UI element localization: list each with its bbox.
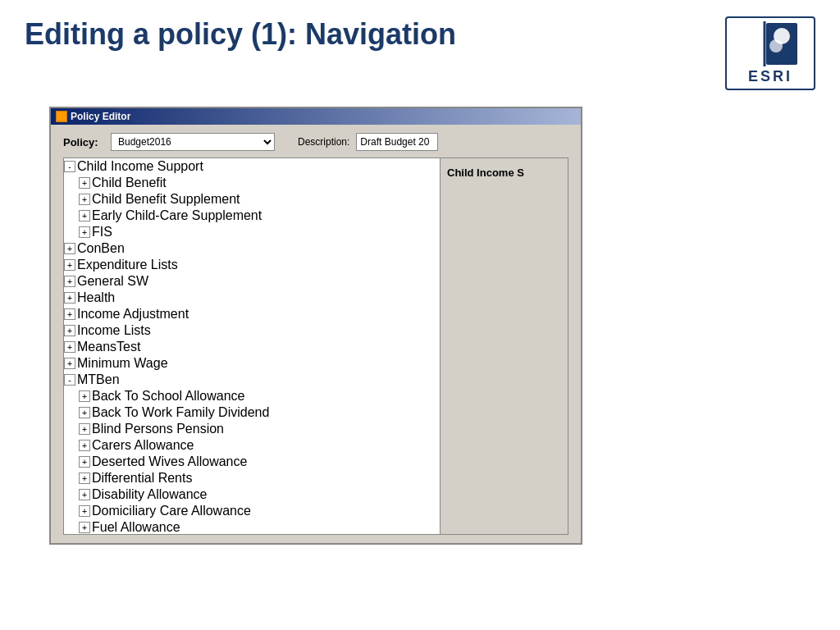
right-panel-title: Child Income S — [447, 167, 524, 179]
tree-label[interactable]: Expenditure Lists — [77, 258, 178, 272]
expand-icon[interactable]: + — [79, 226, 90, 238]
window-titlebar: Policy Editor — [51, 108, 581, 125]
tree-scroll-area[interactable]: - Child Income Support + Child Benefit +… — [64, 158, 440, 534]
policy-select[interactable]: Budget2016 Budget2015 Budget2014 — [111, 133, 275, 151]
tree-item[interactable]: + Health — [64, 290, 440, 306]
expand-icon[interactable]: + — [79, 505, 90, 517]
description-label: Description: — [298, 136, 349, 148]
description-value: Draft Budget 20 — [356, 133, 438, 151]
expand-icon[interactable]: + — [79, 407, 90, 418]
esri-logo-graphic — [742, 21, 799, 66]
tree-item[interactable]: + Income Adjustment — [64, 306, 440, 322]
collapse-icon[interactable]: - — [64, 161, 75, 172]
tree-label[interactable]: Carers Allowance — [92, 438, 194, 453]
tree-item[interactable]: + Early Child-Care Supplement — [64, 208, 440, 224]
tree-label[interactable]: General SW — [77, 274, 148, 289]
expand-icon[interactable]: + — [79, 522, 90, 533]
tree-label[interactable]: Minimum Wage — [77, 356, 168, 371]
tree-label[interactable]: FIS — [92, 225, 112, 240]
tree-item[interactable]: + Deserted Wives Allowance — [64, 454, 440, 470]
tree-label[interactable]: Disability Allowance — [92, 487, 208, 502]
tree-item[interactable]: - Child Income Support — [64, 158, 440, 175]
tree-label[interactable]: Differential Rents — [92, 471, 192, 486]
tree-label[interactable]: Child Benefit — [92, 176, 167, 190]
tree-label[interactable]: Health — [77, 290, 115, 305]
window-icon — [56, 111, 67, 122]
tree-label[interactable]: Early Child-Care Supplement — [92, 208, 262, 223]
tree-item[interactable]: + Carers Allowance — [64, 437, 440, 454]
tree-item[interactable]: + Back To School Allowance — [64, 388, 440, 404]
esri-logo: ESRI — [725, 16, 815, 90]
tree-label[interactable]: Domiciliary Care Allowance — [92, 504, 251, 518]
window-title: Policy Editor — [71, 111, 130, 122]
tree-label[interactable]: Income Adjustment — [77, 307, 189, 322]
expand-icon[interactable]: + — [79, 390, 90, 402]
tree-label[interactable]: Child Benefit Supplement — [92, 192, 240, 207]
tree-label[interactable]: MeansTest — [77, 340, 140, 354]
expand-icon[interactable]: + — [79, 440, 90, 451]
tree-item[interactable]: + FIS — [64, 224, 440, 240]
policy-editor-window: Policy Editor Policy: Budget2016 Budget2… — [49, 107, 582, 545]
tree-item[interactable]: + Blind Persons Pension — [64, 421, 440, 437]
esri-logo-text: ESRI — [748, 68, 792, 85]
expand-icon[interactable]: + — [64, 308, 75, 320]
svg-point-2 — [769, 39, 783, 52]
expand-icon[interactable]: + — [64, 325, 75, 336]
expand-icon[interactable]: + — [79, 210, 90, 221]
main-area: - Child Income Support + Child Benefit +… — [63, 158, 568, 535]
expand-icon[interactable]: + — [64, 276, 75, 287]
expand-icon[interactable]: + — [79, 472, 90, 484]
tree-item[interactable]: + Child Benefit Supplement — [64, 191, 440, 208]
tree-item[interactable]: + Differential Rents — [64, 470, 440, 486]
tree-item[interactable]: + Minimum Wage — [64, 355, 440, 372]
tree-label[interactable]: Child Income Support — [77, 159, 203, 174]
expand-icon[interactable]: + — [79, 489, 90, 500]
tree-label[interactable]: Fuel Allowance — [92, 520, 180, 534]
expand-icon[interactable]: + — [64, 243, 75, 254]
tree-label[interactable]: Income Lists — [77, 323, 151, 338]
expand-icon[interactable]: + — [79, 456, 90, 468]
tree-item[interactable]: + Back To Work Family Dividend — [64, 404, 440, 421]
tree-label[interactable]: Blind Persons Pension — [92, 422, 224, 436]
tree-label[interactable]: Back To School Allowance — [92, 389, 244, 404]
expand-icon[interactable]: + — [64, 341, 75, 353]
tree-panel: - Child Income Support + Child Benefit +… — [63, 158, 441, 535]
tree-label[interactable]: ConBen — [77, 241, 125, 256]
right-panel: Child Income S — [441, 158, 568, 535]
page-header: Editing a policy (1): Navigation ESRI — [0, 0, 840, 98]
expand-icon[interactable]: + — [64, 292, 75, 304]
tree-item[interactable]: + Expenditure Lists — [64, 257, 440, 273]
tree-item[interactable]: - MTBen — [64, 372, 440, 388]
policy-label: Policy: — [63, 136, 104, 148]
expand-icon[interactable]: + — [79, 177, 90, 189]
tree-label[interactable]: Back To Work Family Dividend — [92, 405, 269, 420]
expand-icon[interactable]: + — [64, 358, 75, 369]
tree-label[interactable]: Deserted Wives Allowance — [92, 454, 247, 469]
expand-icon[interactable]: + — [64, 259, 75, 271]
tree-item[interactable]: + Child Benefit — [64, 175, 440, 191]
tree-item[interactable]: + General SW — [64, 273, 440, 290]
tree-item[interactable]: + Fuel Allowance — [64, 519, 440, 534]
window-content: Policy: Budget2016 Budget2015 Budget2014… — [51, 125, 581, 543]
tree-label[interactable]: MTBen — [77, 372, 120, 387]
expand-icon[interactable]: + — [79, 423, 90, 435]
tree-item[interactable]: + Income Lists — [64, 322, 440, 339]
policy-row: Policy: Budget2016 Budget2015 Budget2014… — [63, 133, 568, 151]
expand-icon[interactable]: + — [79, 194, 90, 205]
tree-item[interactable]: + ConBen — [64, 240, 440, 257]
tree-item[interactable]: + Disability Allowance — [64, 486, 440, 503]
collapse-icon[interactable]: - — [64, 374, 75, 386]
tree-item[interactable]: + Domiciliary Care Allowance — [64, 503, 440, 519]
tree-item[interactable]: + MeansTest — [64, 339, 440, 355]
page-title: Editing a policy (1): Navigation — [25, 16, 456, 52]
policy-editor-container: Policy Editor Policy: Budget2016 Budget2… — [0, 107, 840, 545]
